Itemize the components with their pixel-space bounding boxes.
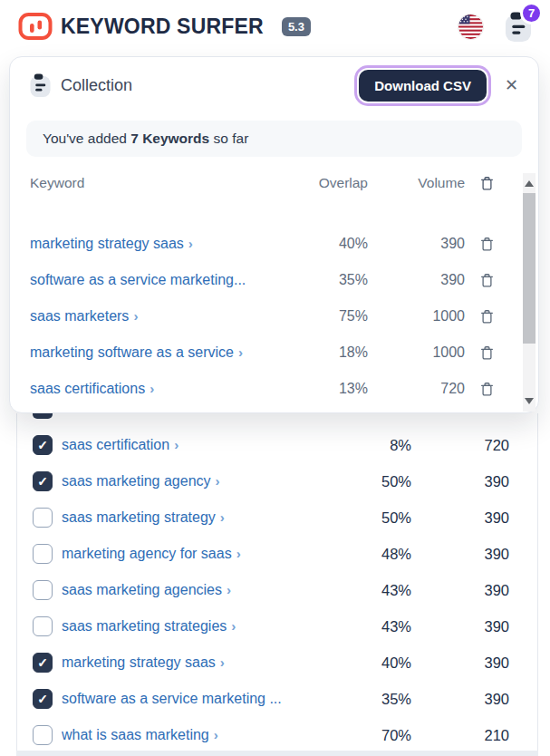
chevron-right-icon: › <box>227 582 231 597</box>
chevron-right-icon: › <box>174 437 179 452</box>
volume-value: 1000 <box>368 308 465 325</box>
chevron-right-icon: › <box>220 509 225 525</box>
keyword-link-label: saas marketing agency <box>62 473 211 489</box>
keyword-link-label: marketing agency for saas <box>62 546 232 561</box>
keyword-link-label: saas marketing strategies <box>62 618 227 634</box>
keyword-checkbox[interactable]: ✓ <box>33 653 53 673</box>
list-item: ✓ saas certification› 8% 720 <box>33 427 518 463</box>
keyword-link[interactable]: marketing agency for saas› <box>62 546 330 562</box>
table-row: saas marketers› 75% 1000 <box>30 298 509 334</box>
chevron-right-icon: › <box>214 727 218 742</box>
keyword-link-label: software as a service marketing ... <box>62 691 282 706</box>
summary-prefix: You've added <box>43 131 130 147</box>
close-icon[interactable]: ✕ <box>505 77 518 93</box>
keyword-checkbox[interactable] <box>33 508 53 528</box>
keyword-checkbox[interactable] <box>33 544 53 564</box>
keyword-link[interactable]: marketing strategy saas› <box>62 654 330 671</box>
volume-value: 390 <box>411 691 509 708</box>
chevron-right-icon: › <box>220 654 225 670</box>
list-item: ✓ software as a service marketing ... 35… <box>33 681 518 717</box>
keyword-checkbox[interactable] <box>33 725 53 745</box>
overlap-value: 50% <box>330 473 411 490</box>
keyword-link[interactable]: software as a service marketing... <box>30 272 286 288</box>
keyword-link[interactable]: software as a service marketing ... <box>62 691 330 707</box>
delete-all-icon[interactable] <box>465 176 509 191</box>
collection-panel-header: Collection Download CSV ✕ <box>10 57 538 113</box>
keyword-link[interactable]: saas certification› <box>62 437 330 453</box>
keyword-link[interactable]: saas marketing strategy› <box>62 509 330 526</box>
column-overlap: Overlap <box>286 175 368 191</box>
list-item: saas marketing strategies› 43% 390 <box>33 608 518 645</box>
delete-keyword-icon[interactable] <box>465 273 509 288</box>
keyword-link-label: marketing software as a service <box>30 344 234 360</box>
download-csv-button[interactable]: Download CSV <box>359 70 487 102</box>
keyword-checkbox[interactable] <box>33 580 53 600</box>
collection-count-badge: 7 <box>520 2 543 24</box>
volume-value: 390 <box>368 272 465 288</box>
scrollbar-up-arrow-icon[interactable] <box>525 180 534 187</box>
keyword-link[interactable]: saas certifications› <box>30 381 286 397</box>
delete-keyword-icon[interactable] <box>465 382 509 397</box>
collection-rows: marketing strategy saas› 40% 390 softwar… <box>30 226 509 407</box>
overlap-value: 35% <box>286 272 368 288</box>
overlap-value: 40% <box>286 236 368 252</box>
keyword-link[interactable]: marketing software as a service› <box>30 344 286 361</box>
list-item: saas marketing agencies› 43% 390 <box>33 572 518 608</box>
extension-popup: KEYWORD SURFER 5.3 <box>0 0 550 756</box>
keyword-link[interactable]: saas marketing strategies› <box>62 618 330 635</box>
chevron-right-icon: › <box>150 381 154 396</box>
keyword-link-label: saas certification <box>62 437 169 452</box>
keyword-link-label: marketing strategy saas <box>30 236 184 251</box>
keyword-link[interactable]: marketing strategy saas› <box>30 236 286 252</box>
volume-value: 390 <box>411 618 509 635</box>
table-row: saas certifications› 13% 720 <box>30 371 509 407</box>
version-badge: 5.3 <box>282 17 311 36</box>
delete-keyword-icon[interactable] <box>465 309 509 325</box>
us-flag-icon[interactable] <box>458 15 483 39</box>
summary-suffix: so far <box>209 131 248 147</box>
overlap-value: 48% <box>330 546 411 563</box>
keyword-link[interactable]: what is saas marketing› <box>62 727 330 743</box>
keyword-link-label: what is saas marketing <box>62 727 209 742</box>
table-row: software as a service marketing... 35% 3… <box>30 262 509 298</box>
keyword-link[interactable]: saas marketers› <box>30 308 286 325</box>
brand-name: KEYWORD SURFER <box>61 15 264 39</box>
overlap-value: 75% <box>286 308 368 325</box>
chevron-right-icon: › <box>231 618 236 634</box>
keyword-link[interactable]: saas marketing agencies› <box>62 582 330 598</box>
delete-keyword-icon[interactable] <box>465 345 509 361</box>
keyword-checkbox[interactable]: ✓ <box>33 435 53 455</box>
column-keyword: Keyword <box>30 175 286 191</box>
chevron-right-icon: › <box>236 546 241 561</box>
keyword-checkbox[interactable] <box>33 616 53 636</box>
keyword-checkbox[interactable]: ✓ <box>33 689 53 709</box>
volume-value: 390 <box>411 473 509 490</box>
list-item: ✓ marketing strategy saas› 40% 390 <box>33 645 518 681</box>
volume-value: 720 <box>368 381 465 397</box>
keyword-link[interactable]: saas marketing agency› <box>62 473 330 489</box>
app-header: KEYWORD SURFER 5.3 <box>0 0 550 53</box>
keyword-link-label: saas marketing agencies <box>62 582 222 597</box>
volume-value: 390 <box>411 509 509 527</box>
scrollbar-down-arrow-icon[interactable] <box>525 398 534 404</box>
volume-value: 390 <box>411 582 509 599</box>
overlap-value: 35% <box>330 691 411 708</box>
section-divider <box>16 751 538 756</box>
column-volume: Volume <box>368 175 465 191</box>
overlap-value: 8% <box>330 437 411 454</box>
overlap-value: 43% <box>330 618 411 635</box>
delete-keyword-icon[interactable] <box>465 237 509 252</box>
collection-toggle-button[interactable]: 7 <box>505 12 532 42</box>
collection-table-header: Keyword Overlap Volume <box>30 170 509 197</box>
overlap-value: 13% <box>286 381 368 397</box>
keyword-checkbox[interactable]: ✓ <box>33 471 53 491</box>
scrollbar-thumb[interactable] <box>523 193 536 344</box>
overlap-value: 50% <box>330 509 411 527</box>
collection-panel: Collection Download CSV ✕ You've added 7… <box>9 56 539 413</box>
scrollbar[interactable] <box>523 173 536 412</box>
list-item: what is saas marketing› 70% 210 <box>33 717 518 753</box>
summary-highlight: 7 Keywords <box>130 131 209 147</box>
brand-logo: KEYWORD SURFER 5.3 <box>18 12 311 41</box>
header-actions: 7 <box>458 12 532 42</box>
chevron-right-icon: › <box>216 473 220 489</box>
